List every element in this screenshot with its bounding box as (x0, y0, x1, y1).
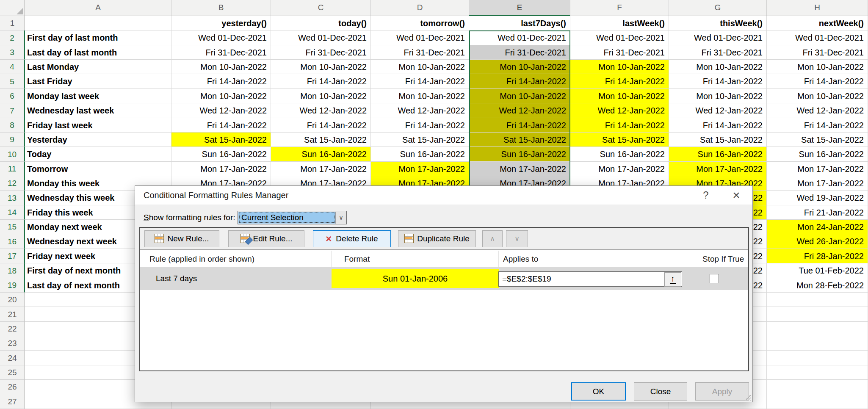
dialog-titlebar[interactable]: Conditional Formatting Rules Manager ? × (135, 186, 752, 204)
cell-D1[interactable]: tomorrow() (371, 16, 469, 30)
cell-A8[interactable]: Friday last week (25, 118, 171, 133)
cell-E4[interactable]: Mon 10-Jan-2022 (469, 60, 570, 74)
cell-B3[interactable]: Fri 31-Dec-2021 (171, 45, 271, 60)
rule-row[interactable]: Last 7 days Sun 01-Jan-2006 ↑ (140, 267, 748, 290)
delete-rule-button[interactable]: ×Delete Rule (313, 230, 391, 247)
column-header-E[interactable]: E (469, 0, 570, 16)
row-header-3[interactable]: 3 (0, 45, 25, 60)
cell-H18[interactable]: Tue 01-Feb-2022 (767, 263, 868, 278)
cell-D10[interactable]: Sun 16-Jan-2022 (371, 147, 469, 162)
cell-F9[interactable]: Sat 15-Jan-2022 (570, 133, 669, 147)
cell-C10[interactable]: Sun 16-Jan-2022 (271, 147, 371, 162)
row-header-12[interactable]: 12 (0, 176, 25, 191)
range-selector-button[interactable]: ↑ (664, 272, 681, 287)
cell-C1[interactable]: today() (271, 16, 371, 30)
cell-A11[interactable]: Tomorrow (25, 162, 171, 176)
cell-E7[interactable]: Wed 12-Jan-2022 (469, 103, 570, 118)
cell-G10[interactable]: Sun 16-Jan-2022 (669, 147, 767, 162)
cell-A9[interactable]: Yesterday (25, 133, 171, 147)
row-header-17[interactable]: 17 (0, 249, 25, 263)
cell-E3[interactable]: Fri 31-Dec-2021 (469, 45, 570, 60)
cell-H6[interactable]: Mon 10-Jan-2022 (767, 89, 868, 103)
cell-G3[interactable]: Fri 31-Dec-2021 (669, 45, 767, 60)
cell-B8[interactable]: Fri 14-Jan-2022 (171, 118, 271, 133)
row-header-4[interactable]: 4 (0, 60, 25, 74)
cell-B4[interactable]: Mon 10-Jan-2022 (171, 60, 271, 74)
cell-F6[interactable]: Mon 10-Jan-2022 (570, 89, 669, 103)
cell-E5[interactable]: Fri 14-Jan-2022 (469, 74, 570, 89)
resize-grip[interactable] (745, 395, 751, 401)
cell-F11[interactable]: Mon 17-Jan-2022 (570, 162, 669, 176)
cell-C4[interactable]: Mon 10-Jan-2022 (271, 60, 371, 74)
cell-H2[interactable]: Wed 01-Dec-2021 (767, 30, 868, 45)
row-header-23[interactable]: 23 (0, 336, 25, 351)
cell-F5[interactable]: Fri 14-Jan-2022 (570, 74, 669, 89)
row-header-16[interactable]: 16 (0, 234, 25, 249)
new-rule-button[interactable]: New Rule... (144, 230, 219, 247)
help-icon[interactable]: ? (697, 186, 715, 204)
cell-G2[interactable]: Wed 01-Dec-2021 (669, 30, 767, 45)
close-icon[interactable]: × (727, 186, 746, 204)
column-header-B[interactable]: B (171, 0, 271, 16)
cell-D8[interactable]: Fri 14-Jan-2022 (371, 118, 469, 133)
row-header-19[interactable]: 19 (0, 278, 25, 293)
cell-F7[interactable]: Wed 12-Jan-2022 (570, 103, 669, 118)
cell-H16[interactable]: Wed 26-Jan-2022 (767, 234, 868, 249)
cell-G5[interactable]: Fri 14-Jan-2022 (669, 74, 767, 89)
cell-H19[interactable]: Mon 28-Feb-2022 (767, 278, 868, 293)
stop-if-true-checkbox[interactable] (710, 274, 719, 283)
ok-button[interactable]: OK (571, 382, 626, 401)
cell-B7[interactable]: Wed 12-Jan-2022 (171, 103, 271, 118)
cell-E9[interactable]: Sat 15-Jan-2022 (469, 133, 570, 147)
cell-B10[interactable]: Sun 16-Jan-2022 (171, 147, 271, 162)
cell-E2[interactable]: Wed 01-Dec-2021 (469, 30, 570, 45)
cell-A2[interactable]: First day of last month (25, 30, 171, 45)
cell-H15[interactable]: Mon 24-Jan-2022 (767, 220, 868, 234)
column-header-A[interactable]: A (25, 0, 171, 16)
cell-H8[interactable]: Fri 14-Jan-2022 (767, 118, 868, 133)
row-header-10[interactable]: 10 (0, 147, 25, 162)
cell-B6[interactable]: Mon 10-Jan-2022 (171, 89, 271, 103)
cell-G7[interactable]: Wed 12-Jan-2022 (669, 103, 767, 118)
cell-F4[interactable]: Mon 10-Jan-2022 (570, 60, 669, 74)
column-header-G[interactable]: G (669, 0, 767, 16)
row-header-24[interactable]: 24 (0, 351, 25, 365)
cell-G4[interactable]: Mon 10-Jan-2022 (669, 60, 767, 74)
column-header-H[interactable]: H (767, 0, 868, 16)
cell-H9[interactable]: Sat 15-Jan-2022 (767, 133, 868, 147)
cell-D9[interactable]: Sat 15-Jan-2022 (371, 133, 469, 147)
cell-H17[interactable]: Fri 28-Jan-2022 (767, 249, 868, 263)
cell-A10[interactable]: Today (25, 147, 171, 162)
cell-E11[interactable]: Mon 17-Jan-2022 (469, 162, 570, 176)
row-header-7[interactable]: 7 (0, 103, 25, 118)
cell-E6[interactable]: Mon 10-Jan-2022 (469, 89, 570, 103)
cell-H5[interactable]: Fri 14-Jan-2022 (767, 74, 868, 89)
row-header-1[interactable]: 1 (0, 16, 25, 30)
cell-F10[interactable]: Sun 16-Jan-2022 (570, 147, 669, 162)
chevron-down-icon[interactable]: ∨ (335, 212, 346, 224)
cell-D11[interactable]: Mon 17-Jan-2022 (371, 162, 469, 176)
row-header-13[interactable]: 13 (0, 191, 25, 205)
cell-C8[interactable]: Fri 14-Jan-2022 (271, 118, 371, 133)
row-header-2[interactable]: 2 (0, 30, 25, 45)
edit-rule-button[interactable]: Edit Rule... (228, 230, 304, 247)
select-all-corner[interactable] (0, 0, 25, 16)
column-header-D[interactable]: D (371, 0, 469, 16)
move-rule-up-button[interactable]: ∧ (482, 230, 503, 247)
row-header-25[interactable]: 25 (0, 365, 25, 380)
row-header-18[interactable]: 18 (0, 263, 25, 278)
cell-H7[interactable]: Wed 12-Jan-2022 (767, 103, 868, 118)
cell-H10[interactable]: Sun 16-Jan-2022 (767, 147, 868, 162)
cell-G11[interactable]: Mon 17-Jan-2022 (669, 162, 767, 176)
cell-A4[interactable]: Last Monday (25, 60, 171, 74)
cell-H1[interactable]: nextWeek() (767, 16, 868, 30)
cell-C3[interactable]: Fri 31-Dec-2021 (271, 45, 371, 60)
cell-D3[interactable]: Fri 31-Dec-2021 (371, 45, 469, 60)
cell-F3[interactable]: Fri 31-Dec-2021 (570, 45, 669, 60)
cell-E8[interactable]: Fri 14-Jan-2022 (469, 118, 570, 133)
cell-G1[interactable]: thisWeek() (669, 16, 767, 30)
cell-C9[interactable]: Sat 15-Jan-2022 (271, 133, 371, 147)
cell-C2[interactable]: Wed 01-Dec-2021 (271, 30, 371, 45)
cell-D2[interactable]: Wed 01-Dec-2021 (371, 30, 469, 45)
row-header-8[interactable]: 8 (0, 118, 25, 133)
